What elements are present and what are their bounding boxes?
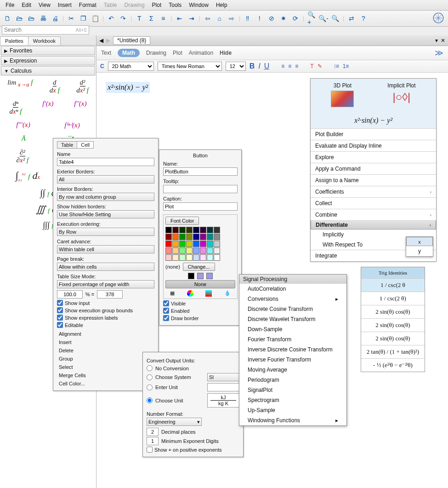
int-borders-select[interactable]: By row and column group	[57, 193, 154, 201]
drawborder-check[interactable]	[163, 315, 169, 321]
new-doc-icon[interactable]: 🗋	[3, 14, 12, 23]
indent-icon[interactable]: ⇥	[187, 14, 196, 23]
expression-text[interactable]: x²·sin(x) − y²	[106, 82, 150, 93]
action-delete[interactable]: Delete	[57, 346, 154, 355]
calc-fdprime[interactable]: f''(x)	[74, 100, 86, 115]
highlight-icon[interactable]: ✎	[318, 63, 322, 69]
debug-icon[interactable]: ✷	[279, 14, 288, 23]
enterunit-input[interactable]	[207, 383, 239, 391]
zoom-fit-icon[interactable]: 🔍	[331, 14, 340, 23]
sp-dct[interactable]: Discrete Cosine Transform	[239, 304, 346, 314]
italic-icon[interactable]: I	[258, 62, 260, 70]
sp-movingavg[interactable]: Moving Average	[239, 365, 346, 375]
zoom-in-icon[interactable]: 🔍+	[307, 14, 316, 23]
change-image-button[interactable]: Change...	[183, 263, 215, 271]
menu-tools[interactable]: Tools	[166, 1, 184, 9]
size-select[interactable]: 12	[226, 62, 246, 71]
font-color-icon[interactable]: T	[310, 63, 313, 69]
ctx-coefficients[interactable]: Coefficients›	[311, 186, 436, 197]
noconv-radio[interactable]	[147, 365, 153, 371]
paste-icon[interactable]: 📋	[91, 14, 100, 23]
cut-icon[interactable]: ✂	[67, 14, 76, 23]
btn-caption-input[interactable]	[163, 202, 238, 211]
align-center-icon[interactable]: ≡	[288, 63, 291, 69]
numfmt-select[interactable]: Engineering▾	[147, 418, 202, 426]
calc-iiint-full[interactable]: ∫∫∫ f	[43, 220, 53, 230]
sp-upsample[interactable]: Up-Sample	[239, 405, 346, 415]
exec-single-icon[interactable]: !	[255, 14, 264, 23]
help-icon[interactable]: ?	[359, 14, 368, 23]
px-input[interactable]	[97, 290, 123, 299]
menu-view[interactable]: View	[36, 1, 53, 9]
ctx-combine[interactable]: Combine›	[311, 209, 436, 220]
dlg-tab-table[interactable]: Table	[57, 141, 77, 149]
action-merge[interactable]: Merge Cells	[57, 371, 154, 379]
showplus-check[interactable]	[147, 447, 153, 453]
search-input[interactable]: Search Alt+S	[2, 25, 89, 34]
trig-row-0[interactable]: 1 / csc(2 θ)	[361, 292, 425, 305]
doc-title[interactable]: *Untitled (8)	[113, 36, 150, 45]
system-select[interactable]: SI	[207, 373, 239, 381]
insert-math-icon[interactable]: Σ	[147, 14, 156, 23]
trig-row-2[interactable]: 2 sin(θ) cos(θ)	[361, 318, 425, 332]
expand-icon[interactable]: ≫	[435, 48, 443, 58]
tab-hide[interactable]: Hide	[220, 50, 232, 56]
palette-section-expression[interactable]: ▶Expression	[1, 56, 95, 65]
menu-file[interactable]: File	[3, 1, 17, 9]
align-left-icon[interactable]: ≡	[281, 63, 284, 69]
fwd-icon[interactable]: ⇨	[227, 14, 236, 23]
plot3d-option[interactable]: 3D Plot	[331, 82, 354, 109]
sp-idct[interactable]: Inverse Discrete Cosine Transform	[239, 344, 346, 355]
trig-row-5[interactable]: - ½ (e²ⁱθ − e⁻²ⁱθ)	[361, 358, 425, 372]
sp-fourier[interactable]: Fourier Transform	[239, 334, 346, 344]
sp-downsample[interactable]: Down-Sample	[239, 324, 346, 334]
ctx-apply-command[interactable]: Apply a Command	[311, 163, 436, 174]
redo-icon[interactable]: ↷	[119, 14, 128, 23]
eyedropper-icon[interactable]: 💧	[224, 290, 231, 297]
tab-text[interactable]: Text	[101, 50, 111, 56]
menu-plot[interactable]: Plot	[149, 1, 164, 9]
prev-tab-icon[interactable]: ◀	[99, 37, 103, 44]
palette-tab-palettes[interactable]: Palettes	[0, 36, 28, 45]
palette-icon[interactable]: ▦	[170, 290, 175, 297]
print-icon[interactable]: 🖨	[51, 14, 60, 23]
insert-text-icon[interactable]: T	[135, 14, 144, 23]
dlg-tab-cell[interactable]: Cell	[77, 141, 94, 149]
tab-drawing[interactable]: Drawing	[146, 50, 166, 56]
var-y[interactable]: y	[406, 246, 433, 256]
color-swatches[interactable]	[165, 227, 235, 261]
decimals-input[interactable]	[147, 428, 159, 436]
math-mode-select[interactable]: 2D Math	[108, 62, 154, 71]
trig-row-1[interactable]: 2 sin(θ) cos(θ)	[361, 305, 425, 318]
ctx-plot-builder[interactable]: Plot Builder	[311, 128, 436, 140]
action-cellcolor[interactable]: Cell Color...	[57, 379, 154, 388]
calc-ddx[interactable]: ddx f	[50, 79, 60, 94]
restart-icon[interactable]: ⟳	[291, 14, 300, 23]
ctx-collect[interactable]: Collect	[311, 197, 436, 209]
bold-icon[interactable]: B	[250, 62, 255, 70]
action-insert[interactable]: Insert	[57, 338, 154, 346]
ctx-eval-inline[interactable]: Evaluate and Display Inline	[311, 140, 436, 151]
color-wheel-icon[interactable]	[187, 290, 193, 297]
enabled-check[interactable]	[163, 308, 169, 314]
implicit-plot-option[interactable]: Implicit Plot |○◊|	[387, 82, 415, 109]
exec-order-select[interactable]: By Row	[57, 228, 154, 236]
sp-spectrogram[interactable]: Spectrogram	[239, 395, 346, 405]
calc-int[interactable]: ∫x₁x₂ f dx	[16, 170, 40, 182]
menu-format[interactable]: Format	[76, 1, 99, 9]
calc-limit[interactable]: lim x→a f	[7, 79, 33, 94]
tab-animation[interactable]: Animation	[189, 50, 213, 56]
palette-tab-workbook[interactable]: Workbook	[28, 36, 61, 45]
trig-row-3[interactable]: 2 sin(θ) cos(θ)	[361, 332, 425, 345]
sp-windowing[interactable]: Windowing Functions▸	[239, 415, 346, 425]
pct-input[interactable]	[57, 290, 83, 299]
sp-ift[interactable]: Inverse Fourier Transform	[239, 355, 346, 365]
none-color-button[interactable]: None	[165, 280, 235, 288]
exec-icon[interactable]: ‼	[243, 14, 252, 23]
enterunit-radio[interactable]	[147, 385, 153, 390]
dropdown-icon[interactable]: ▾	[435, 37, 438, 44]
editable-check[interactable]	[57, 322, 63, 328]
tab-plot[interactable]: Plot	[173, 50, 182, 56]
palette-section-favorites[interactable]: ▶Favorites	[1, 46, 95, 55]
tab-math[interactable]: Math	[118, 49, 140, 57]
